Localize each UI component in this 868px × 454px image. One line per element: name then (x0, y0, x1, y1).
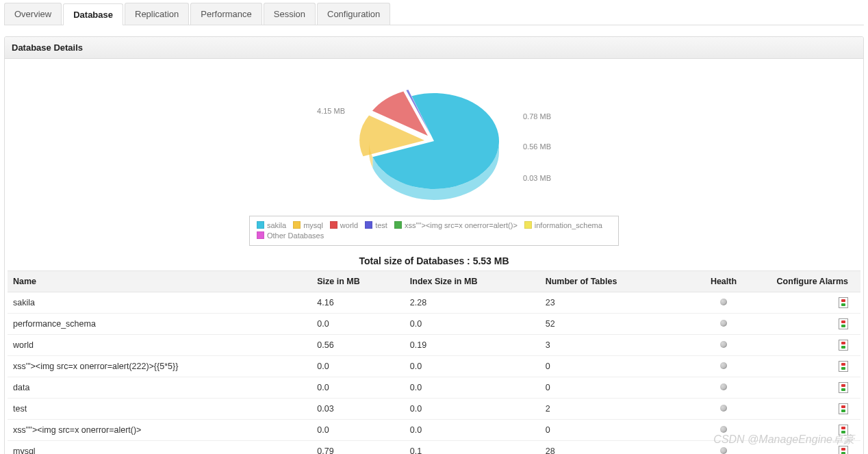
db-name-link[interactable]: mysql (13, 446, 36, 454)
table-row: test0.030.02 (8, 399, 860, 420)
table-row: performance_schema0.00.052 (8, 314, 860, 335)
database-table: NameSize in MBIndex Size in MBNumber of … (8, 270, 860, 454)
cell-size: 0.79 (311, 441, 405, 455)
cell-health (682, 314, 765, 335)
cell-tables: 2 (540, 399, 682, 420)
legend-label: Other Databases (267, 231, 324, 240)
pie-slice-label: 4.15 MB (317, 107, 345, 115)
column-header[interactable]: Health (682, 271, 765, 292)
db-name-link[interactable]: xss'"><img src=x onerror=alert(222)>{{5*… (13, 362, 178, 371)
cell-index-size: 0.0 (405, 314, 540, 335)
legend-label: world (340, 221, 358, 229)
pie-chart-area: 4.15 MB0.78 MB0.56 MB0.03 MB sakilamysql… (8, 66, 860, 266)
column-header[interactable]: Size in MB (311, 271, 405, 292)
column-header[interactable]: Index Size in MB (405, 271, 540, 292)
db-name-link[interactable]: data (13, 383, 29, 392)
cell-configure-alarms (765, 420, 860, 441)
legend-label: mysql (303, 221, 323, 229)
column-header[interactable]: Number of Tables (540, 271, 682, 292)
health-status-icon[interactable] (720, 299, 727, 305)
legend-label: xss"''><img src=x onerror=alert()> (405, 221, 518, 229)
db-name-link[interactable]: test (13, 404, 27, 414)
db-name-link[interactable]: performance_schema (13, 319, 96, 329)
legend-item[interactable]: world (330, 221, 358, 229)
configure-alarms-icon[interactable] (839, 425, 848, 436)
cell-name: mysql (8, 441, 311, 455)
cell-name: sakila (8, 292, 311, 314)
table-row: data0.00.00 (8, 377, 860, 399)
cell-index-size: 0.0 (405, 420, 540, 441)
health-status-icon[interactable] (720, 405, 727, 412)
legend-swatch-icon (394, 221, 402, 229)
total-size-label: Total size of Databases : 5.53 MB (8, 255, 860, 266)
legend-item[interactable]: xss"''><img src=x onerror=alert()> (394, 221, 518, 229)
table-row: xss'"><img src=x onerror=alert(222)>{{5*… (8, 356, 860, 377)
table-row: xss"''><img src=x onerror=alert()>0.00.0… (8, 420, 860, 441)
db-name-link[interactable]: world (13, 340, 34, 350)
legend-swatch-icon (524, 221, 532, 229)
health-status-icon[interactable] (720, 320, 727, 327)
pie-slice-label: 0.78 MB (523, 112, 551, 121)
configure-alarms-icon[interactable] (839, 403, 848, 414)
tab-performance[interactable]: Performance (190, 3, 261, 25)
legend-item[interactable]: test (365, 221, 387, 229)
pie-slice-label: 0.03 MB (523, 174, 551, 182)
database-details-panel: Database Details 4.15 MB0.78 MB0.56 MB0.… (4, 36, 864, 454)
db-name-link[interactable]: xss"''><img src=x onerror=alert()> (13, 425, 141, 435)
cell-index-size: 0.1 (405, 441, 540, 455)
tab-replication[interactable]: Replication (125, 3, 189, 25)
tab-configuration[interactable]: Configuration (317, 3, 390, 25)
cell-tables: 28 (540, 441, 682, 455)
health-status-icon[interactable] (720, 447, 727, 454)
legend-item[interactable]: information_schema (524, 221, 602, 229)
cell-configure-alarms (765, 441, 860, 455)
column-header[interactable]: Configure Alarms (765, 271, 860, 292)
cell-index-size: 0.0 (405, 356, 540, 377)
tab-overview[interactable]: Overview (4, 3, 62, 25)
cell-health (682, 399, 765, 420)
health-status-icon[interactable] (720, 383, 727, 390)
cell-health (682, 356, 765, 377)
configure-alarms-icon[interactable] (839, 361, 848, 372)
cell-name: xss"''><img src=x onerror=alert()> (8, 420, 311, 441)
configure-alarms-icon[interactable] (839, 340, 848, 351)
table-row: sakila4.162.2823 (8, 292, 860, 314)
cell-health (682, 335, 765, 356)
legend-swatch-icon (257, 221, 264, 229)
configure-alarms-icon[interactable] (839, 446, 848, 454)
legend-item[interactable]: Other Databases (257, 231, 324, 240)
cell-name: performance_schema (8, 314, 311, 335)
configure-alarms-icon[interactable] (839, 297, 848, 308)
cell-name: data (8, 377, 311, 399)
cell-configure-alarms (765, 399, 860, 420)
legend-item[interactable]: mysql (293, 221, 323, 229)
configure-alarms-icon[interactable] (839, 318, 848, 329)
cell-tables: 0 (540, 377, 682, 399)
legend-item[interactable]: sakila (257, 221, 286, 229)
cell-configure-alarms (765, 377, 860, 399)
db-name-link[interactable]: sakila (13, 298, 35, 307)
configure-alarms-icon[interactable] (839, 382, 848, 393)
legend-swatch-icon (293, 221, 301, 229)
cell-health (682, 292, 765, 314)
cell-size: 0.56 (311, 335, 405, 356)
column-header[interactable]: Name (8, 271, 311, 292)
cell-name: test (8, 399, 311, 420)
table-row: mysql0.790.128 (8, 441, 860, 455)
cell-health (682, 377, 765, 399)
tab-bar: OverviewDatabaseReplicationPerformanceSe… (4, 0, 864, 25)
health-status-icon[interactable] (720, 426, 727, 433)
cell-health (682, 441, 765, 455)
cell-index-size: 0.19 (405, 335, 540, 356)
health-status-icon[interactable] (720, 362, 727, 369)
tab-database[interactable]: Database (63, 3, 123, 25)
health-status-icon[interactable] (720, 341, 727, 348)
legend-swatch-icon (257, 231, 264, 239)
cell-tables: 52 (540, 314, 682, 335)
legend-swatch-icon (365, 221, 372, 229)
cell-health (682, 420, 765, 441)
pie-slice-label: 0.56 MB (523, 142, 551, 151)
tab-session[interactable]: Session (264, 3, 316, 25)
table-row: world0.560.193 (8, 335, 860, 356)
legend-label: test (375, 221, 387, 229)
